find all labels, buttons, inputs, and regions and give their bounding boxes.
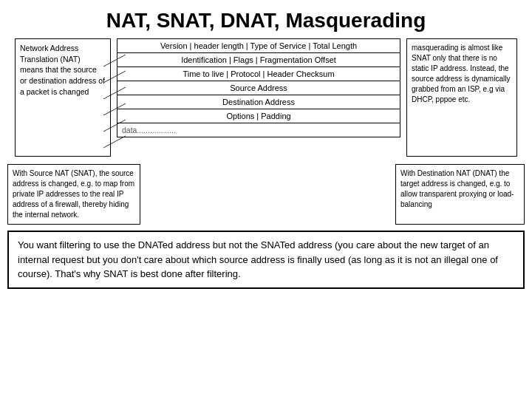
table-row: Destination Address: [117, 95, 400, 109]
row-source-address: Source Address: [117, 81, 400, 95]
table-row: Source Address: [117, 81, 400, 95]
page-title: NAT, SNAT, DNAT, Masquerading: [0, 0, 532, 38]
dnat-box: With Destination NAT (DNAT) the target a…: [395, 164, 525, 225]
row-identification: Identification | Flags | Fragmentation O…: [117, 53, 400, 67]
ip-header-table: Version | header length | Type of Servic…: [117, 38, 400, 123]
table-row: Identification | Flags | Fragmentation O…: [117, 53, 400, 67]
row-options: Options | Padding: [117, 109, 400, 123]
row-destination-address: Destination Address: [117, 95, 400, 109]
table-row: Version | header length | Type of Servic…: [117, 39, 400, 53]
snat-box: With Source NAT (SNAT), the source addre…: [7, 164, 140, 225]
bottom-explanation-box: You want filtering to use the DNATed add…: [7, 231, 525, 289]
table-row: Options | Padding: [117, 109, 400, 123]
table-row: Time to live | Protocol | Header Checksu…: [117, 67, 400, 81]
row-ttl: Time to live | Protocol | Header Checksu…: [117, 67, 400, 81]
masquerading-box: masquerading is almost like SNAT only th…: [406, 38, 517, 157]
row-version: Version | header length | Type of Servic…: [117, 39, 400, 53]
ip-table-wrapper: Version | header length | Type of Servic…: [117, 38, 400, 157]
data-row: data..................: [117, 123, 400, 137]
nat-description-box: Network Address Translation (NAT) means …: [15, 38, 111, 157]
